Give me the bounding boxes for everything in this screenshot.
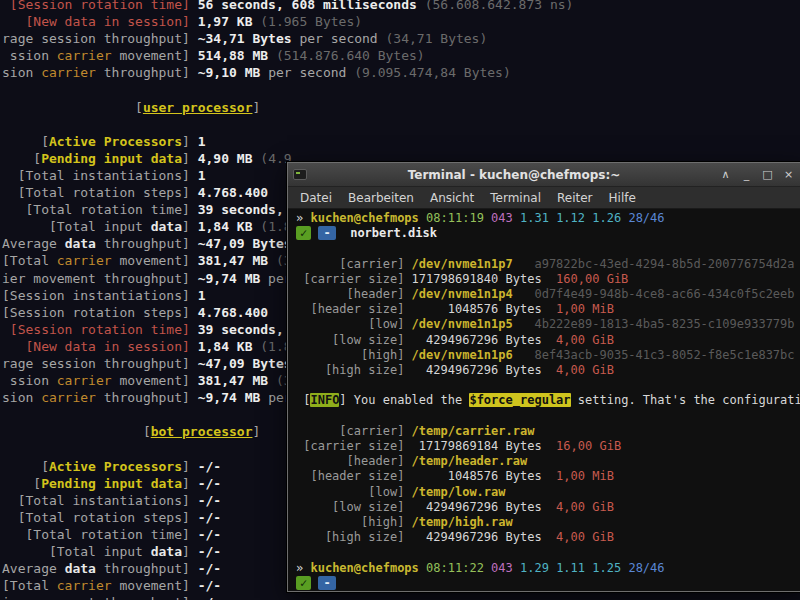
text-segment: carrier (57, 48, 112, 63)
text-segment: Active Processors (49, 134, 182, 149)
text-segment: 08:11:19 (426, 211, 484, 225)
text-segment: [ (2, 424, 151, 439)
terminal-window-icon (293, 169, 307, 180)
menu-ansicht[interactable]: Ansicht (422, 189, 482, 207)
text-segment: throughput] (96, 561, 190, 576)
text-segment: /dev/nvme1n1p4 (412, 287, 513, 301)
text-segment: 4,00 GiB (556, 530, 614, 544)
text-segment: 8ef43acb-9035-41c3-8052-f8e5c1e837bc (534, 348, 794, 362)
text-segment: movement] (112, 48, 190, 63)
text-segment: -/- (190, 561, 221, 576)
text-segment: Pending input data (41, 151, 182, 166)
text-segment: 1,84 KB (190, 339, 260, 354)
text-segment (542, 302, 556, 316)
text-segment: 16,00 GiB (556, 439, 621, 453)
text-segment: [ (2, 100, 143, 115)
text-segment (484, 211, 491, 225)
text-segment (513, 211, 520, 225)
terminal-output[interactable]: » kuchen@chefmops 08:11:19 043 1.31 1.12… (288, 209, 800, 591)
menu-hilfe[interactable]: Hilfe (601, 189, 644, 207)
text-segment: ] (182, 476, 190, 491)
text-segment: /dev/nvme1n1p6 (412, 348, 513, 362)
screen: [Session rotation time] 56 seconds, 608 … (0, 0, 800, 600)
text-segment: 1,00 MiB (556, 302, 614, 316)
window-title: Terminal - kuchen@chefmops:~ (313, 168, 715, 182)
text-segment: 1048576 Bytes (412, 469, 542, 483)
text-segment: ~34,71 Bytes (190, 31, 292, 46)
text-segment: /dev/nvme1n1p7 (412, 257, 513, 271)
text-segment: -/- (190, 510, 221, 525)
text-segment: throughput] (96, 390, 190, 405)
text-segment: -/- (190, 476, 221, 491)
text-segment: 4,90 MB (190, 151, 260, 166)
text-segment: INFO (310, 393, 339, 407)
text-segment: kuchen@chefmops (310, 211, 418, 225)
shade-button[interactable]: ∧ (715, 168, 736, 181)
text-segment: ssion (2, 48, 57, 63)
text-segment: 39 seconds, (190, 202, 284, 217)
text-segment: [Total (2, 578, 57, 593)
text-segment: 1,84 KB (190, 219, 260, 234)
text-segment: 1,00 MiB (556, 469, 614, 483)
text-segment: 514,88 MB (190, 48, 276, 63)
text-segment: 1048576 Bytes (412, 302, 542, 316)
text-segment (419, 561, 426, 575)
text-segment: sion (2, 390, 41, 405)
text-segment: 4294967296 Bytes (412, 500, 542, 514)
text-segment: [Total input (2, 219, 151, 234)
title-bar[interactable]: Terminal - kuchen@chefmops:~ ∧ _ □ × (288, 163, 800, 187)
text-segment: 4294967296 Bytes (412, 333, 542, 347)
text-segment: rage session throughput] (2, 356, 190, 371)
text-segment: 17179869184 Bytes (412, 439, 542, 453)
maximize-button[interactable]: □ (757, 168, 778, 181)
text-segment: data (65, 236, 96, 251)
text-segment: carrier (41, 65, 96, 80)
text-segment: 56 seconds, 608 milliseconds (190, 0, 425, 12)
text-segment: [ (2, 151, 41, 166)
text-segment (542, 530, 556, 544)
text-segment (542, 439, 556, 453)
text-segment: bot processor (151, 424, 253, 439)
menu-reiter[interactable]: Reiter (549, 189, 601, 207)
text-segment: 1.29 1.11 1.25 (520, 561, 621, 575)
text-segment: 4,00 GiB (556, 333, 614, 347)
text-segment: [low size] (296, 333, 412, 347)
text-segment: [Total rotation steps] (2, 185, 190, 200)
text-segment: 28/46 (628, 561, 664, 575)
text-segment (542, 272, 556, 286)
text-segment: throughput] (96, 236, 190, 251)
text-segment: carrier (57, 373, 112, 388)
text-segment: (9.095.474,84 Bytes) (354, 65, 511, 80)
text-segment: data (65, 561, 96, 576)
text-segment: ier movement throughput] (2, 595, 190, 600)
text-segment: carrier (41, 390, 96, 405)
text-segment: [Total input (2, 544, 151, 559)
text-segment: Average (2, 236, 65, 251)
text-segment: [Total (2, 253, 57, 268)
text-segment: 160,00 GiB (556, 272, 628, 286)
text-segment: [Total instantiations] (2, 493, 190, 508)
text-segment (419, 211, 426, 225)
close-button[interactable]: × (778, 168, 799, 181)
text-segment: [carrier size] (296, 272, 412, 286)
text-segment (542, 469, 556, 483)
text-segment (513, 287, 535, 301)
text-segment: -/- (190, 544, 221, 559)
text-segment (542, 363, 556, 377)
text-segment: movement] (112, 578, 190, 593)
text-segment: ssion (2, 373, 57, 388)
menu-terminal[interactable]: Terminal (482, 189, 549, 207)
text-segment: [ (296, 393, 310, 407)
text-segment: [low size] (296, 500, 412, 514)
text-segment: [Total instantiations] (2, 168, 190, 183)
text-segment (513, 257, 535, 271)
text-segment: movement] (112, 373, 190, 388)
menu-bar: Datei Bearbeiten Ansicht Terminal Reiter… (288, 187, 800, 209)
minimize-button[interactable]: _ (736, 168, 757, 181)
text-segment: 39 seconds, (190, 322, 284, 337)
menu-datei[interactable]: Datei (292, 189, 340, 207)
menu-bearbeiten[interactable]: Bearbeiten (340, 189, 422, 207)
text-segment (513, 317, 535, 331)
text-segment: /temp/high.raw (412, 515, 513, 529)
text-segment: ~9,74 MB (190, 390, 260, 405)
